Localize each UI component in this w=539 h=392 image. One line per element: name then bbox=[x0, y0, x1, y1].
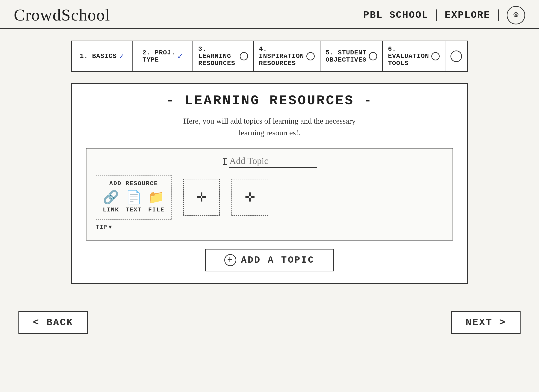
tip-label: TIP bbox=[96, 224, 107, 231]
tab-2-label: 2. Proj.Type bbox=[142, 49, 175, 63]
subtitle-line-1: Here, you will add topics of learning an… bbox=[183, 117, 356, 125]
tab-2-check-icon: ✓ bbox=[178, 51, 183, 61]
link-label: LINK bbox=[103, 206, 119, 213]
tab-1-basics[interactable]: 1. BASICS ✓ bbox=[72, 41, 133, 71]
tab-3-label: 3. learningresources bbox=[198, 45, 237, 67]
tab-4-inspiration[interactable]: 4. Inspirationresources bbox=[254, 41, 320, 71]
section-subtitle: Here, you will add topics of learning an… bbox=[86, 115, 453, 139]
topic-card: I ADD RESOURCE 🔗 LINK 📄 TEXT bbox=[86, 148, 453, 241]
logo: CrowdSchool bbox=[14, 5, 110, 25]
section-title: - LEARNING RESOURCES - bbox=[86, 93, 453, 108]
text-icon: 📄 bbox=[126, 192, 142, 204]
divider-2: | bbox=[495, 8, 502, 22]
add-topic-btn-row: + ADD A TOPIC bbox=[86, 249, 453, 271]
plus-icon-1: ✛ bbox=[197, 189, 207, 205]
file-icon: 📁 bbox=[148, 192, 164, 204]
tab-1-label: 1. BASICS bbox=[80, 53, 117, 60]
add-resource-box: ADD RESOURCE 🔗 LINK 📄 TEXT 📁 FILE bbox=[96, 175, 172, 219]
add-topic-input-row: I bbox=[96, 155, 443, 168]
divider-1: | bbox=[433, 8, 440, 22]
progress-bar: 1. BASICS ✓ 2. Proj.Type ✓ 3. learningre… bbox=[71, 41, 468, 72]
resource-icons-row: 🔗 LINK 📄 TEXT 📁 FILE bbox=[103, 192, 164, 213]
text-resource-item[interactable]: 📄 TEXT bbox=[125, 192, 142, 213]
subtitle-line-2: learning resources!. bbox=[239, 128, 300, 137]
add-a-topic-button[interactable]: + ADD A TOPIC bbox=[205, 249, 334, 271]
add-resource-title: ADD RESOURCE bbox=[109, 180, 158, 187]
explore-nav[interactable]: EXPLORE bbox=[445, 10, 490, 21]
add-topic-input-wrapper: I bbox=[222, 155, 317, 168]
tip-arrow-icon: ▼ bbox=[109, 224, 112, 230]
header: CrowdSchool PBL SCHOOL | EXPLORE | ⊗ bbox=[0, 0, 539, 29]
file-resource-item[interactable]: 📁 FILE bbox=[148, 192, 164, 213]
file-label: FILE bbox=[148, 206, 164, 213]
tab-4-circle-icon bbox=[306, 52, 315, 60]
tab-3-learning-resources[interactable]: 3. learningresources bbox=[193, 41, 254, 71]
close-button[interactable]: ⊗ bbox=[507, 6, 525, 24]
tab-6-label: 6. EvaluationTools bbox=[388, 45, 429, 67]
tab-5-label: 5. Studentobjectives bbox=[326, 49, 366, 63]
bottom-nav: < BACK NEXT > bbox=[0, 297, 539, 348]
tab-7-extra[interactable] bbox=[445, 41, 467, 71]
add-resource-button-2[interactable]: ✛ bbox=[231, 179, 268, 216]
link-icon: 🔗 bbox=[103, 192, 119, 204]
pbl-school-nav[interactable]: PBL SCHOOL bbox=[363, 10, 428, 21]
tip-row: TIP ▼ bbox=[96, 224, 443, 231]
tab-2-proj-type[interactable]: 2. Proj.Type ✓ bbox=[133, 41, 193, 71]
back-button[interactable]: < BACK bbox=[19, 311, 88, 334]
add-topic-input[interactable] bbox=[229, 155, 317, 168]
resources-row: ADD RESOURCE 🔗 LINK 📄 TEXT 📁 FILE bbox=[96, 175, 443, 219]
close-icon: ⊗ bbox=[513, 11, 519, 20]
tab-3-circle-icon bbox=[240, 52, 248, 60]
add-topic-btn-label: ADD A TOPIC bbox=[241, 255, 314, 265]
plus-icon-2: ✛ bbox=[245, 189, 255, 205]
text-label: TEXT bbox=[125, 206, 142, 213]
tab-6-circle-icon bbox=[431, 52, 440, 60]
header-right: PBL SCHOOL | EXPLORE | ⊗ bbox=[363, 6, 525, 24]
tab-4-label: 4. Inspirationresources bbox=[259, 45, 304, 67]
next-button[interactable]: NEXT > bbox=[451, 311, 520, 334]
link-resource-item[interactable]: 🔗 LINK bbox=[103, 192, 119, 213]
tab-6-evaluation-tools[interactable]: 6. EvaluationTools bbox=[383, 41, 445, 71]
main-content: - LEARNING RESOURCES - Here, you will ad… bbox=[71, 83, 468, 284]
cursor-caret-icon: I bbox=[222, 157, 227, 168]
tab-5-student-objectives[interactable]: 5. Studentobjectives bbox=[320, 41, 383, 71]
add-topic-plus-icon: + bbox=[224, 254, 236, 266]
add-resource-button-1[interactable]: ✛ bbox=[183, 179, 220, 216]
tab-1-check-icon: ✓ bbox=[119, 51, 124, 61]
tab-5-circle-icon bbox=[369, 52, 377, 60]
tab-7-circle-icon bbox=[450, 50, 462, 62]
